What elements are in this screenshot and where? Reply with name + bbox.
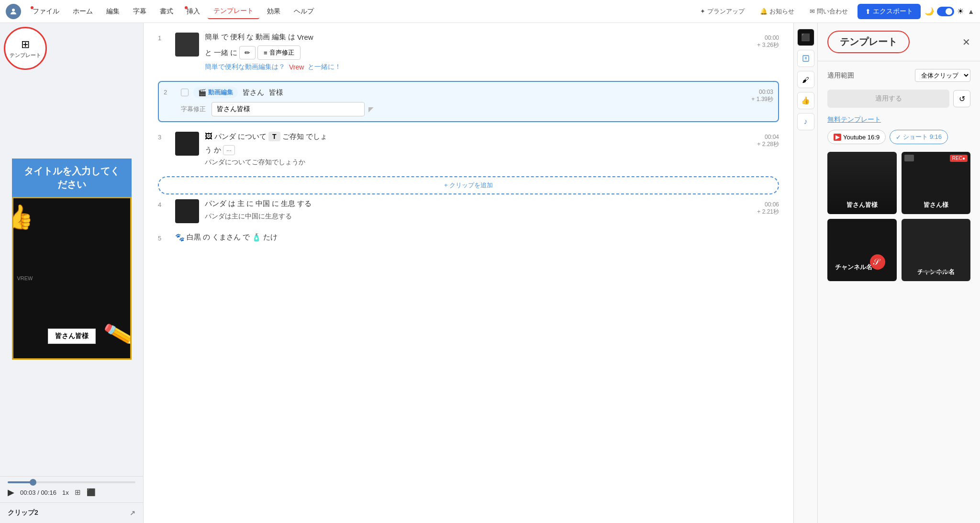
clip-tag-video[interactable]: 🎬 動画編集 [193, 87, 238, 98]
word[interactable]: 皆さん [243, 88, 264, 97]
progress-thumb[interactable] [30, 479, 36, 486]
nav-style[interactable]: 書式 [154, 4, 179, 19]
word[interactable]: の [203, 233, 210, 242]
refresh-button[interactable]: ↺ [953, 90, 970, 107]
template-card-4[interactable]: チャンネル名 [902, 219, 971, 281]
close-button[interactable]: ✕ [962, 36, 970, 48]
play-button[interactable]: ▶ [8, 487, 14, 498]
template-circle-icon[interactable]: ⊞ テンプレート [4, 27, 47, 70]
template-card-1[interactable]: 皆さん皆様 [827, 152, 897, 214]
top-nav: ファイル ホーム 編集 字幕 書式 挿入 テンプレート 効果 ヘルプ ✦ プラン… [0, 0, 980, 23]
word[interactable]: Vrew [297, 33, 313, 41]
nav-edit[interactable]: 編集 [100, 4, 125, 19]
voice-correction-1[interactable]: ≡ 音声修正 [257, 45, 301, 60]
nav-file[interactable]: ファイル [27, 4, 65, 19]
apply-button[interactable]: 適用する [827, 90, 949, 108]
controls-row: ▶ 00:03 / 00:16 1x ⊞ ⬛ [8, 487, 135, 498]
brush-icon-btn[interactable]: 🖌 [797, 71, 814, 88]
word[interactable]: は [228, 199, 235, 208]
word[interactable]: と [205, 48, 212, 57]
user-avatar[interactable] [6, 4, 21, 19]
apply-scope-select[interactable]: 全体クリップ [915, 69, 970, 82]
toggle-switch[interactable] [937, 7, 954, 16]
voice-icon: ≡ [264, 49, 267, 57]
thumbsup-icon-btn[interactable]: 👍 [797, 92, 814, 109]
grid-button[interactable]: ⊞ [75, 488, 81, 497]
word[interactable]: 一緒 [214, 48, 228, 57]
subtitle-link-1b[interactable]: と一緒に！ [308, 63, 341, 71]
text-brush-btn[interactable] [797, 50, 814, 67]
nav-home[interactable]: ホーム [67, 4, 99, 19]
word[interactable]: 編集 [272, 33, 286, 42]
word[interactable]: う [205, 146, 212, 155]
clip-checkbox-2[interactable] [181, 89, 189, 96]
clip-thumb-1[interactable] [175, 33, 199, 57]
editor-area: 1 簡単 で 便利 な 動画 編集 は Vrew と 一緒 に ✏ [144, 23, 793, 523]
word[interactable]: に [246, 199, 254, 208]
word[interactable]: パンダ [205, 199, 226, 208]
word[interactable]: ご存知 [282, 132, 304, 141]
channel-name-label-3: チャンネル名 [835, 263, 872, 272]
nav-insert[interactable]: 挿入 [181, 4, 206, 19]
clip-subtitle-row-1: 簡単で便利な動画編集は？ Vrew と一緒に！ [205, 63, 740, 71]
word[interactable]: 生息 [281, 199, 295, 208]
text-icon-T[interactable]: T [268, 132, 280, 141]
word[interactable]: 主 [237, 199, 245, 208]
word[interactable]: 中国 [256, 199, 270, 208]
progress-bar[interactable] [8, 481, 135, 483]
word[interactable]: たけ [263, 233, 278, 242]
expand-icon[interactable]: ▲ [968, 8, 974, 15]
word[interactable]: で [221, 33, 228, 42]
notification-button[interactable]: 🔔 お知らせ [754, 4, 800, 19]
word[interactable]: で [243, 233, 250, 242]
right-panel-header: テンプレート ✕ [818, 23, 980, 61]
status-dot [904, 155, 914, 161]
word[interactable]: でしょ [306, 132, 327, 141]
clip-thumb-4[interactable] [175, 199, 199, 223]
tab-youtube[interactable]: ▶ Youtube 16:9 [827, 130, 886, 144]
subtitle-link-vrew[interactable]: Vrew [289, 63, 304, 71]
word[interactable]: 皆様 [269, 88, 283, 97]
apply-btn-row: 適用する ↺ [827, 90, 970, 108]
video-preview-container: タイトルを入力してください 👍 VREW 皆さん皆様 ✏️ [0, 23, 143, 476]
plan-up-button[interactable]: ✦ プランアップ [694, 4, 750, 19]
edit-button-1[interactable]: ✏ [239, 46, 256, 59]
nav-effects[interactable]: 効果 [261, 4, 286, 19]
black-square-icon-btn[interactable]: ⬛ [797, 29, 814, 46]
contact-button[interactable]: ✉ 問い合わせ [804, 4, 854, 19]
word[interactable]: について [238, 132, 267, 141]
word[interactable]: 白黒 [187, 233, 201, 242]
export-button[interactable]: ⬆ エクスポート [858, 4, 921, 19]
word[interactable]: は [288, 33, 295, 42]
word[interactable]: に [230, 48, 237, 57]
word[interactable]: か [214, 146, 221, 155]
tab-shorts[interactable]: ✓ ショート 9:16 [890, 130, 948, 144]
thumb-up-icon: 👍 [12, 203, 33, 231]
nav-subtitles[interactable]: 字幕 [127, 4, 152, 19]
clip-expand-icon[interactable]: ↗ [130, 509, 135, 517]
word[interactable]: する [297, 199, 312, 208]
clip-thumb-3[interactable] [175, 132, 199, 156]
word[interactable]: に [272, 199, 279, 208]
word[interactable]: な [246, 33, 254, 42]
template-card-2[interactable]: REC● 皆さん様 [902, 152, 971, 214]
nav-template[interactable]: テンプレート [208, 4, 259, 19]
monitor-button[interactable]: ⬛ [87, 488, 96, 497]
ellipsis-word[interactable]: ··· [223, 145, 235, 155]
word[interactable]: パンダ [214, 132, 236, 141]
template-card-3[interactable]: チャンネル名 𝒮 [827, 219, 897, 281]
speed-button[interactable]: 1x [62, 489, 69, 496]
subtitle-correction-label[interactable]: 字幕修正 [181, 105, 206, 114]
nav-help[interactable]: ヘルプ [288, 4, 320, 19]
word[interactable]: 動画 [256, 33, 270, 42]
clip-label: クリップ2 ↗ [0, 502, 143, 523]
subtitle-input-2[interactable] [212, 102, 365, 116]
resize-handle[interactable]: ◤ [368, 105, 374, 113]
subtitle-link-1[interactable]: 簡単で便利な動画編集は？ [205, 63, 285, 71]
word[interactable]: 簡単 [205, 33, 219, 42]
free-template-link[interactable]: 無料テンプレート [827, 115, 970, 124]
word[interactable]: くまさん [212, 233, 241, 242]
add-clip-button[interactable]: + クリップを追加 [158, 176, 779, 194]
word[interactable]: 便利 [230, 33, 245, 42]
music-icon-btn[interactable]: ♪ [797, 113, 814, 130]
